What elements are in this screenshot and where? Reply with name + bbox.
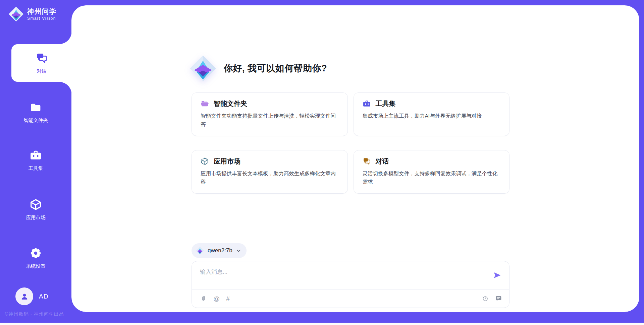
feature-cards: 智能文件夹 智能文件夹功能支持批量文件上传与清洗，轻松实现文件问答 工具集 集成… — [192, 92, 509, 194]
card-description: 应用市场提供丰富长文本模板，助力高效生成多样化文章内容 — [201, 169, 339, 186]
chat-icon — [36, 52, 48, 64]
card-description: 集成市场上主流工具，助力AI与外界无缝扩展与对接 — [363, 112, 501, 120]
card-smart-folder[interactable]: 智能文件夹 智能文件夹功能支持批量文件上传与清洗，轻松实现文件问答 — [192, 92, 348, 136]
sidebar-item-toolbox[interactable]: 工具集 — [0, 141, 71, 179]
card-chat[interactable]: 对话 灵活切换多模型文件，支持多样回复效果调试，满足个性化需求 — [354, 150, 510, 194]
card-title: 应用市场 — [214, 157, 240, 166]
sidebar-item-app-market[interactable]: 应用市场 — [0, 191, 71, 228]
avatar — [15, 287, 33, 305]
grid-cube-icon — [201, 157, 209, 166]
folder-open-icon — [201, 100, 209, 108]
sidebar-item-smart-folder[interactable]: 智能文件夹 — [0, 93, 71, 131]
main-panel: 你好, 我可以如何帮助你? 智能文件夹 智能文件夹功能支持批量文件上传与清洗，轻… — [71, 5, 639, 312]
cube-icon — [30, 198, 42, 211]
user-name: AD — [39, 293, 48, 300]
sidebar-item-label: 工具集 — [29, 165, 43, 172]
mention-icon[interactable]: @ — [213, 296, 220, 302]
card-title: 对话 — [376, 157, 389, 166]
app-window: 神州问学 Smart Vision 对话 智能文件夹 工具集 — [0, 0, 644, 325]
sidebar-item-chat[interactable]: 对话 — [11, 44, 72, 82]
brand-subtitle: Smart Vision — [27, 16, 57, 21]
sidebar-item-settings[interactable]: 系统设置 — [0, 239, 71, 277]
brand-logo: 神州问学 Smart Vision — [8, 6, 57, 22]
assistant-gem-icon — [189, 54, 217, 82]
gear-icon — [30, 247, 42, 259]
folder-icon — [30, 101, 42, 114]
sidebar-item-label: 应用市场 — [26, 214, 46, 221]
attachment-icon[interactable] — [200, 295, 207, 302]
greeting-title: 你好, 我可以如何帮助你? — [224, 62, 327, 74]
toolbox-icon — [363, 100, 371, 108]
comment-icon[interactable] — [495, 295, 502, 302]
composer-toolbar: @ # — [200, 290, 502, 308]
card-title: 工具集 — [376, 99, 396, 108]
model-gem-icon — [196, 246, 204, 255]
model-selector[interactable]: qwen2:7b — [192, 243, 247, 258]
card-description: 智能文件夹功能支持批量文件上传与清洗，轻松实现文件问答 — [201, 112, 339, 128]
message-input[interactable] — [192, 261, 509, 288]
card-description: 灵活切换多模型文件，支持多样回复效果调试，满足个性化需求 — [363, 169, 501, 186]
toolbox-icon — [30, 149, 42, 161]
chat-icon — [363, 157, 371, 166]
greeting-block: 你好, 我可以如何帮助你? — [189, 54, 509, 82]
send-icon[interactable] — [493, 271, 502, 280]
user-profile[interactable]: AD — [15, 287, 48, 305]
message-input-box: @ # — [192, 261, 509, 308]
card-app-market[interactable]: 应用市场 应用市场提供丰富长文本模板，助力高效生成多样化文章内容 — [192, 150, 348, 194]
chevron-down-icon — [236, 248, 241, 254]
model-name: qwen2:7b — [208, 247, 232, 254]
copyright-text: ©神州数码 · 神州问学出品 — [5, 311, 64, 317]
sidebar-item-label: 智能文件夹 — [23, 117, 48, 124]
composer: qwen2:7b @ # — [192, 243, 509, 308]
sidebar: 神州问学 Smart Vision 对话 智能文件夹 工具集 — [0, 0, 71, 325]
card-toolset[interactable]: 工具集 集成市场上主流工具，助力AI与外界无缝扩展与对接 — [354, 92, 510, 136]
sidebar-item-label: 对话 — [37, 68, 47, 74]
sidebar-item-label: 系统设置 — [26, 263, 46, 269]
window-bottom-strip — [0, 323, 644, 325]
card-title: 智能文件夹 — [214, 99, 247, 108]
person-icon — [19, 291, 30, 302]
brand-name: 神州问学 — [27, 8, 57, 15]
brand-gem-icon — [8, 6, 24, 22]
history-icon[interactable] — [482, 295, 489, 302]
hashtag-icon[interactable]: # — [226, 296, 230, 302]
